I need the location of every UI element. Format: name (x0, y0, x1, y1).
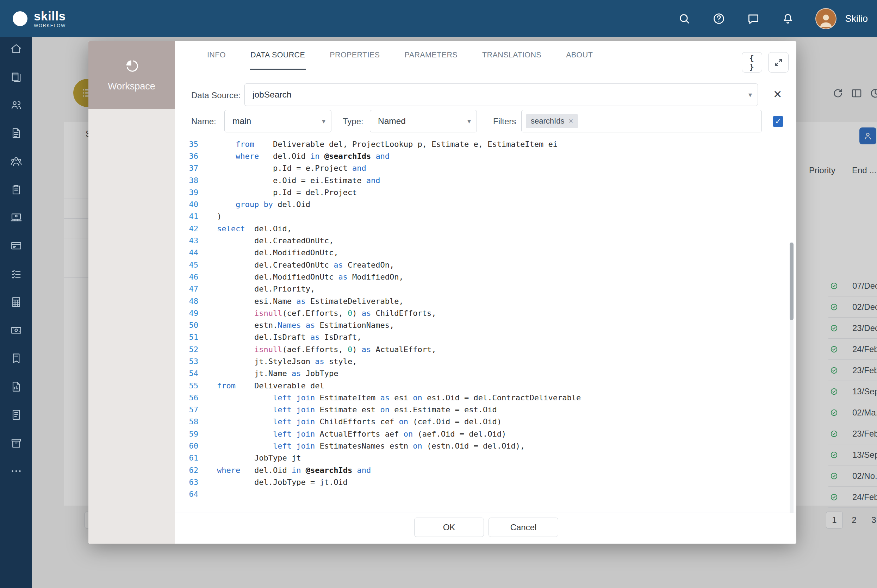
code-view-icon[interactable]: { } (742, 52, 762, 72)
checklist-icon (10, 275, 23, 281)
user-avatar[interactable] (815, 8, 836, 29)
code-text: left join ChildEfforts cef on (cef.Oid =… (217, 417, 502, 426)
code-line[interactable]: 57 left join Estimate est on esi.Estimat… (175, 404, 796, 416)
code-line[interactable]: 62where del.Oid in @searchIds and (175, 464, 796, 476)
code-text: jt.StyleJson as style, (217, 357, 357, 366)
sidebar-item-invoice[interactable] (10, 324, 23, 337)
sidebar-item-library[interactable] (10, 70, 23, 83)
code-line[interactable]: 54 jt.Name as JobType (175, 368, 796, 380)
topbar: skills WORKFLOW Skilio (0, 0, 877, 38)
name-label: Name: (191, 117, 216, 126)
workspace-header[interactable]: Workspace (89, 41, 175, 109)
sidebar-item-checklist[interactable] (10, 268, 23, 280)
sidebar-item-badge[interactable] (10, 352, 23, 365)
type-select[interactable]: Named ▾ (370, 110, 477, 132)
code-line[interactable]: 46 del.ModifiedOnUtc as ModifiedOn, (175, 271, 796, 283)
notifications-bell-icon[interactable] (781, 12, 795, 26)
tab-info[interactable]: INFO (206, 41, 227, 70)
code-line[interactable]: 36 where del.Oid in @searchIds and (175, 150, 796, 162)
remove-filter-icon[interactable]: × (568, 117, 573, 126)
tab-properties[interactable]: PROPERTIES (329, 41, 380, 70)
type-label: Type: (343, 117, 363, 126)
sidebar-item-more[interactable] (10, 465, 23, 477)
code-text: p.Id = e.Project and (217, 164, 366, 172)
sidebar-item-id-card[interactable] (10, 239, 23, 252)
more-icon (10, 472, 23, 478)
code-text: isnull(cef.Efforts, 0) as ChildEfforts, (217, 309, 436, 318)
code-text: del.CreatedOnUtc as CreatedOn, (217, 261, 394, 269)
sidebar-item-document[interactable] (10, 127, 23, 140)
code-text: group by del.Oid (217, 200, 310, 209)
code-line[interactable]: 60 left join EstimatesNames estn on (est… (175, 440, 796, 452)
search-icon[interactable] (677, 12, 691, 26)
code-line[interactable]: 43 del.CreatedOnUtc, (175, 234, 796, 246)
sidebar-item-archive[interactable] (10, 436, 23, 449)
code-text: del.CreatedOnUtc, (217, 236, 333, 245)
line-number: 62 (175, 466, 198, 475)
code-line[interactable]: 35 from Deliverable del, ProjectLookup p… (175, 141, 796, 150)
code-line[interactable]: 42select del.Oid, (175, 222, 796, 234)
line-number: 35 (175, 141, 198, 148)
code-line[interactable]: 51 del.IsDraft as IsDraft, (175, 332, 796, 343)
pie-chart-icon (124, 58, 140, 76)
code-text: left join Estimate est on esi.Estimate =… (217, 405, 497, 414)
chat-icon[interactable] (746, 12, 760, 26)
id-card-icon (10, 247, 23, 253)
code-line[interactable]: 37 p.Id = e.Project and (175, 162, 796, 174)
sidebar-item-contract[interactable] (10, 408, 23, 421)
code-line[interactable]: 59 left join ActualEfforts aef on (aef.O… (175, 428, 796, 440)
code-line[interactable]: 38 e.Oid = ei.Estimate and (175, 174, 796, 186)
line-number: 37 (175, 164, 198, 172)
brand-subtitle: WORKFLOW (34, 23, 66, 28)
expand-dialog-icon[interactable] (768, 52, 788, 72)
filters-input[interactable]: searchIds × (521, 110, 762, 132)
code-line[interactable]: 64 (175, 488, 796, 500)
data-source-select[interactable]: jobSearch ▾ (245, 84, 758, 106)
sidebar-item-report[interactable] (10, 380, 23, 393)
brand[interactable]: skills WORKFLOW (13, 0, 66, 38)
tab-data-source[interactable]: DATA SOURCE (250, 41, 306, 70)
sidebar-item-home[interactable] (10, 42, 23, 55)
code-line[interactable]: 48 esi.Name as EstimateDeliverable, (175, 295, 796, 307)
code-line[interactable]: 49 isnull(cef.Efforts, 0) as ChildEffort… (175, 307, 796, 319)
tab-parameters[interactable]: PARAMETERS (404, 41, 459, 70)
help-icon[interactable] (712, 12, 726, 26)
close-icon[interactable]: × (773, 87, 782, 101)
code-line[interactable]: 61 JobType jt (175, 452, 796, 464)
code-text: estn.Names as EstimationNames, (217, 321, 394, 330)
tab-translations[interactable]: TRANSLATIONS (482, 41, 542, 70)
sidebar-item-clipboard[interactable] (10, 183, 23, 196)
name-select[interactable]: main ▾ (224, 110, 332, 132)
document-icon (10, 135, 23, 141)
line-number: 54 (175, 369, 198, 378)
code-line[interactable]: 40 group by del.Oid (175, 198, 796, 210)
code-line[interactable]: 50 estn.Names as EstimationNames, (175, 319, 796, 331)
cancel-button[interactable]: Cancel (488, 518, 558, 537)
code-line[interactable]: 44 del.ModifiedOnUtc, (175, 247, 796, 259)
editor-scrollbar[interactable] (790, 242, 793, 513)
scrollbar-thumb[interactable] (790, 243, 793, 320)
sidebar-item-team[interactable] (10, 155, 23, 168)
sidebar-item-training[interactable] (10, 211, 23, 224)
line-number: 52 (175, 345, 198, 354)
code-line[interactable]: 39 p.Id = del.Project (175, 186, 796, 198)
code-text: isnull(aef.Efforts, 0) as ActualEffort, (217, 345, 436, 354)
filters-enabled-checkbox[interactable]: ✓ (773, 116, 783, 127)
code-line[interactable]: 53 jt.StyleJson as style, (175, 355, 796, 367)
code-line[interactable]: 58 left join ChildEfforts cef on (cef.Oi… (175, 416, 796, 428)
ok-button[interactable]: OK (414, 518, 484, 537)
sidebar-item-users[interactable] (10, 99, 23, 111)
code-line[interactable]: 45 del.CreatedOnUtc as CreatedOn, (175, 259, 796, 271)
code-line[interactable]: 47 del.Priority, (175, 283, 796, 295)
skills-logo-icon (13, 11, 27, 26)
tab-about[interactable]: ABOUT (565, 41, 593, 70)
line-number: 55 (175, 381, 198, 390)
sidebar-item-calculator[interactable] (10, 296, 23, 308)
code-line[interactable]: 56 left join EstimateItem as esi on esi.… (175, 392, 796, 404)
code-line[interactable]: 55from Deliverable del (175, 380, 796, 392)
code-line[interactable]: 52 isnull(aef.Efforts, 0) as ActualEffor… (175, 343, 796, 355)
code-line[interactable]: 63 del.JobType = jt.Oid (175, 476, 796, 488)
code-line[interactable]: 41) (175, 210, 796, 222)
sql-editor[interactable]: 35 from Deliverable del, ProjectLookup p… (175, 141, 796, 513)
username-label: Skilio (845, 14, 868, 24)
